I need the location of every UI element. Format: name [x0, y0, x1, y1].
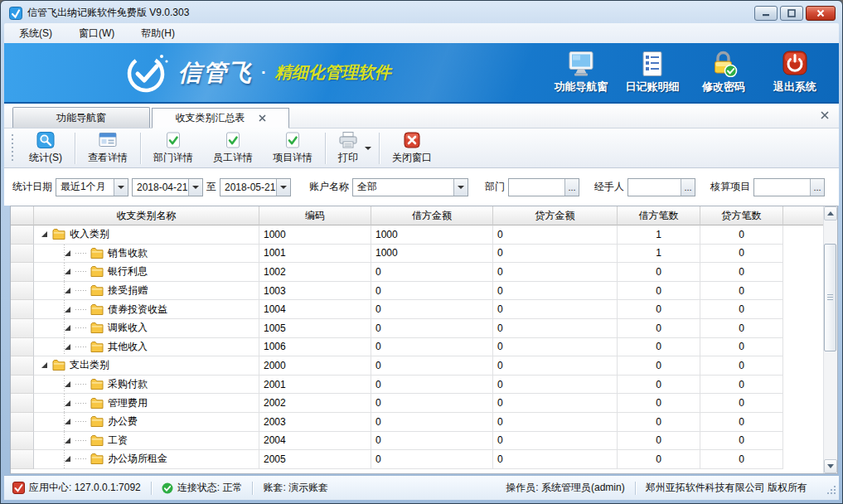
credit-amount-cell[interactable]: 0 [493, 263, 618, 282]
tab-nav-window[interactable]: 功能导航窗 [12, 107, 150, 128]
credit-count-cell[interactable]: 0 [700, 432, 783, 451]
debit-count-cell[interactable]: 0 [618, 263, 700, 282]
credit-amount-cell[interactable]: 0 [493, 394, 618, 413]
row-header-cell[interactable] [11, 263, 34, 282]
code-cell[interactable]: 2001 [259, 376, 371, 395]
credit-count-cell[interactable]: 0 [700, 300, 783, 319]
code-cell[interactable]: 2004 [259, 432, 371, 451]
debit-amount-cell[interactable]: 1000 [371, 225, 493, 245]
project-detail-button[interactable]: 项目详情 [263, 130, 322, 167]
row-header-cell[interactable] [11, 319, 34, 338]
debit-count-cell[interactable]: 0 [618, 450, 700, 469]
category-name-cell[interactable]: 办公场所租金 [34, 450, 259, 469]
combo-arrow-button[interactable] [114, 179, 128, 196]
category-name-cell[interactable]: 办公费 [34, 413, 259, 432]
tree-expander-icon[interactable] [64, 455, 71, 463]
category-name-cell[interactable]: 债券投资收益 [34, 300, 259, 319]
change-password-button[interactable]: 修改密码 [691, 51, 756, 94]
date-preset-combobox[interactable]: 最近1个月 [56, 178, 128, 196]
close-window-button[interactable]: 关闭窗口 [382, 130, 442, 167]
category-name-cell[interactable]: 银行利息 [34, 263, 259, 282]
credit-amount-cell[interactable]: 0 [493, 319, 618, 338]
menu-help[interactable]: 帮助(H) [138, 25, 178, 42]
vertical-scrollbar[interactable] [823, 206, 837, 473]
code-cell[interactable]: 2005 [259, 450, 371, 469]
table-row[interactable]: 银行利息 1002 0 0 0 0 [11, 263, 837, 282]
account-combobox[interactable]: 全部 [352, 178, 468, 196]
credit-amount-cell[interactable]: 0 [493, 413, 618, 432]
scroll-down-button[interactable] [824, 459, 837, 473]
tree-expander-icon[interactable] [64, 268, 71, 275]
exit-system-button[interactable]: 退出系统 [763, 51, 827, 94]
tree-expander-icon[interactable] [64, 287, 71, 294]
code-cell[interactable]: 2003 [259, 413, 371, 432]
code-cell[interactable]: 1001 [259, 245, 371, 264]
tree-expander-icon[interactable] [64, 250, 71, 257]
print-button[interactable]: 打印 [328, 130, 363, 167]
code-cell[interactable]: 1005 [259, 319, 371, 338]
credit-count-cell[interactable]: 0 [700, 356, 783, 376]
table-row[interactable]: 接受捐赠 1003 0 0 0 0 [11, 282, 837, 301]
project-browse-button[interactable]: ... [810, 179, 824, 196]
department-browse-button[interactable]: ... [564, 179, 579, 196]
code-cell[interactable]: 2002 [259, 394, 371, 413]
row-header-cell[interactable] [11, 356, 34, 376]
debit-count-cell[interactable]: 0 [618, 356, 700, 376]
row-header-cell[interactable] [11, 338, 34, 357]
credit-amount-cell[interactable]: 0 [493, 282, 618, 301]
category-name-cell[interactable]: 工资 [34, 432, 259, 451]
debit-count-cell[interactable]: 0 [618, 338, 700, 357]
code-cell[interactable]: 2000 [259, 356, 371, 376]
row-header-cell[interactable] [11, 432, 34, 451]
employee-detail-button[interactable]: 员工详情 [203, 130, 263, 167]
credit-amount-cell[interactable]: 0 [493, 450, 618, 469]
debit-count-cell[interactable]: 0 [618, 282, 700, 301]
column-header-code[interactable]: 编码 [259, 206, 371, 225]
title-bar[interactable]: 信管飞出纳记账软件免费版 V9.0.303 [4, 1, 839, 23]
department-detail-button[interactable]: 部门详情 [143, 130, 203, 167]
menu-system[interactable]: 系统(S) [16, 25, 56, 42]
credit-count-cell[interactable]: 0 [700, 319, 783, 338]
column-header-debit-count[interactable]: 借方笔数 [618, 206, 700, 225]
category-name-cell[interactable]: 管理费用 [34, 394, 259, 413]
debit-count-cell[interactable]: 0 [618, 319, 700, 338]
debit-amount-cell[interactable]: 0 [371, 263, 493, 282]
combo-arrow-button[interactable] [453, 179, 468, 196]
row-header-cell[interactable] [11, 282, 34, 301]
credit-count-cell[interactable]: 0 [700, 450, 783, 469]
debit-amount-cell[interactable]: 0 [371, 356, 493, 376]
category-name-cell[interactable]: 接受捐赠 [34, 282, 259, 301]
credit-count-cell[interactable]: 0 [700, 282, 783, 301]
code-cell[interactable]: 1000 [259, 225, 371, 245]
column-header-credit-count[interactable]: 贷方笔数 [700, 206, 783, 225]
column-header-debit[interactable]: 借方金额 [371, 206, 493, 225]
category-name-cell[interactable]: 收入类别 [34, 225, 259, 245]
maximize-button[interactable] [780, 6, 803, 21]
tree-expander-icon[interactable] [41, 361, 48, 369]
credit-amount-cell[interactable]: 0 [493, 225, 618, 245]
credit-amount-cell[interactable]: 0 [493, 376, 618, 395]
tree-expander-icon[interactable] [64, 437, 71, 444]
category-name-cell[interactable]: 销售收款 [34, 245, 259, 264]
debit-amount-cell[interactable]: 0 [371, 319, 493, 338]
table-row[interactable]: 支出类别 2000 0 0 0 0 [11, 356, 837, 376]
view-detail-button[interactable]: 查看详情 [78, 130, 138, 167]
menu-window[interactable]: 窗口(W) [75, 25, 118, 42]
debit-amount-cell[interactable]: 0 [371, 282, 493, 301]
row-header-cell[interactable] [11, 413, 34, 432]
credit-amount-cell[interactable]: 0 [493, 338, 618, 357]
code-cell[interactable]: 1006 [259, 338, 371, 357]
tree-expander-icon[interactable] [64, 400, 71, 407]
tree-expander-icon[interactable] [41, 230, 48, 238]
credit-count-cell[interactable]: 0 [700, 394, 783, 413]
debit-count-cell[interactable]: 1 [618, 225, 700, 245]
row-header-cell[interactable] [11, 450, 34, 469]
row-header-cell[interactable] [11, 394, 34, 413]
debit-count-cell[interactable]: 1 [618, 245, 700, 264]
toolbar-grip-handle[interactable] [11, 134, 14, 162]
column-header-category[interactable]: 收支类别名称 [34, 206, 259, 225]
table-row[interactable]: 收入类别 1000 1000 0 1 0 [11, 225, 837, 245]
row-header-cell[interactable] [11, 376, 34, 395]
statistics-button[interactable]: 统计(S) [19, 130, 72, 167]
table-row[interactable]: 销售收款 1001 1000 0 1 0 [11, 245, 837, 264]
